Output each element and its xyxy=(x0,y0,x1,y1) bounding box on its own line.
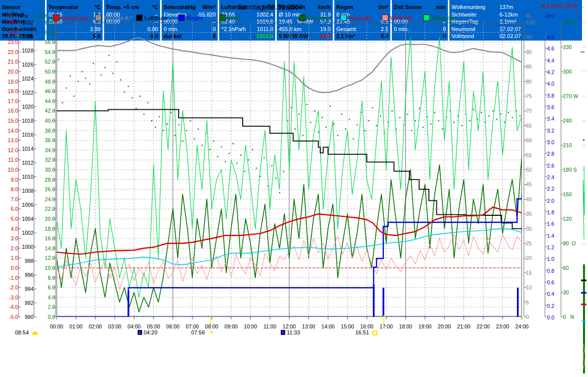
axis-label: 2.8 xyxy=(547,151,554,157)
legend-item-regen[interactable]: Regen xyxy=(178,15,203,21)
time-tick-label: 14:00 xyxy=(319,323,337,329)
legend-swatch-icon xyxy=(299,15,306,21)
time-tick-label: 24:00 xyxy=(513,323,531,329)
axis-label: 10.0 xyxy=(32,265,55,271)
sun-event-marker xyxy=(210,315,211,324)
legend-swatch-icon xyxy=(219,15,226,21)
legend-item-windchill[interactable]: Windchill xyxy=(382,15,412,21)
axis-label: 5 xyxy=(526,299,529,305)
annotation-time: 07:56 xyxy=(191,329,205,335)
weather-app-window: Sonntag, 28.01.2007 Auf einen Blick ... … xyxy=(0,0,588,377)
legend-swatch-icon xyxy=(178,15,185,21)
time-tick-label: 09:00 xyxy=(222,323,240,329)
axis-label: 100 xyxy=(526,20,535,26)
axis-label: 60 xyxy=(563,265,569,271)
axis-label: 30 xyxy=(526,226,532,232)
axis-label: 22.0 xyxy=(32,206,55,212)
axis-label: 0.0 xyxy=(32,314,55,320)
legend-item-richtung[interactable]: Richtung* xyxy=(299,15,332,21)
axis-label: 330 xyxy=(563,44,572,50)
axis-label: 10 xyxy=(526,284,532,290)
axis-label: 3.4 xyxy=(547,116,554,122)
axis-label: 1012 xyxy=(11,160,34,166)
legend-item-label: Windböen xyxy=(432,15,457,21)
axis-label: 55 xyxy=(526,152,532,158)
axis-label: 95 xyxy=(526,34,532,40)
axis-label: 60 xyxy=(526,137,532,143)
axis-label: 14.0 xyxy=(32,245,55,251)
axis-label: 65 xyxy=(526,123,532,129)
time-tick-label: 16:00 xyxy=(358,323,376,329)
axis-label: 30.0 xyxy=(32,167,55,173)
sun-event-marker xyxy=(383,315,384,324)
axis-label: 270 W xyxy=(563,93,578,99)
time-tick-label: 06:00 xyxy=(164,323,182,329)
axis-label: 48.0 xyxy=(32,79,55,85)
legend-item-feuchtea[interactable]: Feuchte A.* xyxy=(95,15,132,21)
axis-label: 120 xyxy=(563,216,572,222)
legend-item-temperatur[interactable]: Temperatur xyxy=(53,15,90,21)
axis-label: 1002 xyxy=(11,230,34,236)
legend-swatch-icon xyxy=(95,15,102,21)
axis-label: 1018 xyxy=(11,118,34,124)
legend-item-taupunkt[interactable]: Taupunkt xyxy=(340,15,371,21)
axis-label: 2.0 xyxy=(547,198,554,204)
legend-swatch-icon xyxy=(423,15,430,21)
axis-label: 1.0 xyxy=(547,256,554,262)
axis-label: 56.0 xyxy=(32,39,55,45)
axis-label: 20 xyxy=(526,255,532,261)
axis-label: 2.4 xyxy=(547,174,554,180)
axis-label: 13.0 xyxy=(0,137,18,143)
axis-label: 0.6 xyxy=(547,279,554,285)
time-tick-label: 03:00 xyxy=(106,323,124,329)
axis-label: 36.0 xyxy=(32,137,55,143)
axis-label: 50.0 xyxy=(32,69,55,75)
axis-label: 28.0 xyxy=(32,177,55,183)
annotation-time: 04:20 xyxy=(144,329,158,335)
axis-label: 54.0 xyxy=(32,49,55,55)
annotation-time: 11:33 xyxy=(287,329,300,335)
legend-item-wind[interactable]: Wind xyxy=(219,15,240,21)
sunset-icon xyxy=(372,330,377,335)
axis-label: 25 xyxy=(526,240,532,246)
axis-label: 85 xyxy=(526,64,532,70)
legend-item-windben[interactable]: Windböen xyxy=(423,15,457,21)
legend-item-label: Feuchte A.* xyxy=(104,15,132,21)
axis-label: 90 O xyxy=(563,240,576,246)
axis-label: 1000 xyxy=(11,244,34,250)
time-tick-label: 10:00 xyxy=(242,323,260,329)
time-tick-label: 21:00 xyxy=(455,323,473,329)
axis-label: 0.8 xyxy=(547,268,554,274)
annotation-time: 08:54 xyxy=(15,329,29,335)
axis-label: 26.0 xyxy=(32,186,55,192)
axis-label: 210 xyxy=(563,142,572,148)
table-cell: 6-12km xyxy=(499,11,518,19)
axis-label: 40 xyxy=(526,196,532,202)
axis-label: 90 xyxy=(526,49,532,55)
axis-label: 0.0 xyxy=(547,314,554,320)
legend-swatch-icon xyxy=(382,15,388,21)
axis-label: 3.6 xyxy=(547,104,554,110)
axis-label: 2.6 xyxy=(547,163,554,169)
axis-label: 16.0 xyxy=(32,235,55,241)
axis-unit-glance_col_unit: .t xyxy=(578,13,581,19)
axis-label: 180 S xyxy=(563,167,576,173)
axis-label: 1008 xyxy=(11,188,34,194)
axis-unit-kmh: km/h xyxy=(36,13,48,19)
axis-label: 2.2 xyxy=(547,186,554,192)
axis-label: 1016 xyxy=(11,132,34,138)
axis-label: 3.2 xyxy=(547,128,554,134)
time-tick-label: 13:00 xyxy=(300,323,318,329)
at-a-glance-link[interactable]: Auf einen Blick ... xyxy=(541,3,584,9)
table-cell: 1002.4 xyxy=(256,12,273,18)
axis-label: 3.0 xyxy=(547,139,554,145)
time-tick-label: 04:00 xyxy=(125,323,143,329)
axis-label: 4.4 xyxy=(547,58,554,64)
axis-label: 1032 xyxy=(11,20,34,26)
legend-item-label: Luftdruck xyxy=(145,15,167,21)
axis-label: 20.0 xyxy=(0,69,18,75)
axis-label: 996 xyxy=(11,272,34,278)
axis-label: 1010 xyxy=(11,174,34,180)
legend-item-luftdruck[interactable]: Luftdruck xyxy=(136,15,167,21)
time-tick-label: 00:00 xyxy=(48,323,66,329)
